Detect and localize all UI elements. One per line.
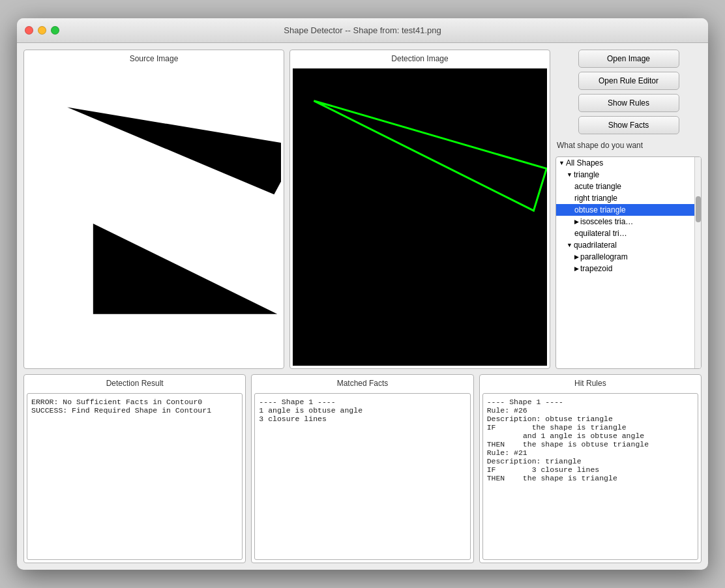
tree-item-parallelogram[interactable]: ▶ parallelogram [556, 251, 694, 263]
close-button[interactable] [25, 26, 33, 35]
detection-shape-1 [314, 101, 546, 211]
tree-item-equilateral-triangle[interactable]: equilateral tri… [556, 228, 694, 239]
shape-tree: ▼ All Shapes▼ triangleacute trianglerigh… [555, 156, 702, 369]
tree-item-triangle[interactable]: ▼ triangle [556, 169, 694, 181]
matched-facts-text: ---- Shape 1 ---- 1 angle is obtuse angl… [254, 393, 470, 560]
tree-label-equilateral-triangle: equilateral tri… [574, 229, 627, 238]
tree-label-all-shapes: All Shapes [566, 158, 603, 168]
detection-panel: Detection Image [289, 50, 550, 369]
hit-rules-panel: Hit Rules ---- Shape 1 ---- Rule: #26 De… [479, 374, 702, 563]
tree-arrow-quadrilateral: ▼ [567, 242, 572, 248]
tree-item-all-shapes[interactable]: ▼ All Shapes [556, 157, 694, 169]
detection-image-area [293, 68, 547, 366]
source-panel: Source Image [23, 50, 284, 369]
tree-arrow-trapezoid: ▶ [574, 265, 579, 272]
tree-scroll-area[interactable]: ▼ All Shapes▼ triangleacute trianglerigh… [556, 157, 694, 368]
tree-item-obtuse-triangle[interactable]: obtuse triangle [556, 204, 694, 216]
tree-label-parallelogram: parallelogram [580, 252, 628, 261]
top-section: Source Image Detection Image [23, 50, 702, 369]
tree-item-quadrilateral[interactable]: ▼ quadrilateral [556, 239, 694, 251]
hit-rules-text: ---- Shape 1 ---- Rule: #26 Description:… [482, 393, 698, 560]
source-shape-2 [93, 224, 278, 314]
app-window: Shape Detector -- Shape from: test41.png… [17, 18, 708, 570]
shape-selector-label: What shape do you want [555, 138, 702, 153]
tree-label-obtuse-triangle: obtuse triangle [574, 205, 626, 214]
detection-result-label: Detection Result [24, 375, 245, 390]
tree-label-acute-triangle: acute triangle [574, 182, 621, 191]
source-panel-label: Source Image [24, 50, 284, 66]
tree-arrow-isosceles-triangle: ▶ [574, 218, 579, 225]
window-controls [25, 26, 59, 35]
source-shape-1 [67, 107, 281, 194]
title-bar: Shape Detector -- Shape from: test41.png [17, 18, 708, 43]
tree-label-right-triangle: right triangle [574, 194, 617, 203]
open-image-button[interactable]: Open Image [578, 50, 679, 68]
tree-item-isosceles-triangle[interactable]: ▶ isosceles tria… [556, 216, 694, 228]
detection-result-panel: Detection Result ERROR: No Sufficient Fa… [23, 374, 246, 563]
tree-arrow-parallelogram: ▶ [574, 254, 579, 260]
tree-arrow-all-shapes: ▼ [559, 160, 565, 166]
matched-facts-label: Matched Facts [252, 375, 473, 390]
detection-panel-label: Detection Image [290, 50, 550, 66]
detection-result-text: ERROR: No Sufficient Facts in Contour0 S… [27, 393, 243, 560]
main-content: Source Image Detection Image [17, 43, 708, 570]
bottom-section: Detection Result ERROR: No Sufficient Fa… [23, 374, 702, 563]
scrollbar-thumb [696, 196, 701, 222]
tree-label-isosceles-triangle: isosceles tria… [580, 217, 633, 226]
tree-item-acute-triangle[interactable]: acute triangle [556, 181, 694, 192]
tree-label-triangle: triangle [574, 170, 599, 179]
matched-facts-panel: Matched Facts ---- Shape 1 ---- 1 angle … [251, 374, 473, 563]
tree-with-scroll: ▼ All Shapes▼ triangleacute trianglerigh… [556, 157, 701, 368]
tree-item-right-triangle[interactable]: right triangle [556, 192, 694, 204]
detection-shapes-svg [293, 68, 547, 366]
right-panel: Open Image Open Rule Editor Show Rules S… [555, 50, 702, 369]
scrollbar-track [694, 157, 701, 368]
source-shapes-svg [27, 68, 281, 366]
show-rules-button[interactable]: Show Rules [578, 94, 679, 112]
tree-arrow-triangle: ▼ [567, 171, 572, 178]
minimize-button[interactable] [38, 26, 46, 35]
tree-label-trapezoid: trapezoid [580, 264, 612, 273]
open-rule-editor-button[interactable]: Open Rule Editor [578, 72, 679, 90]
tree-label-quadrilateral: quadrilateral [574, 241, 617, 250]
maximize-button[interactable] [51, 26, 59, 35]
tree-item-trapezoid[interactable]: ▶ trapezoid [556, 263, 694, 274]
show-facts-button[interactable]: Show Facts [578, 116, 679, 134]
hit-rules-label: Hit Rules [480, 375, 701, 390]
source-image-area [27, 68, 281, 366]
window-title: Shape Detector -- Shape from: test41.png [284, 25, 441, 35]
